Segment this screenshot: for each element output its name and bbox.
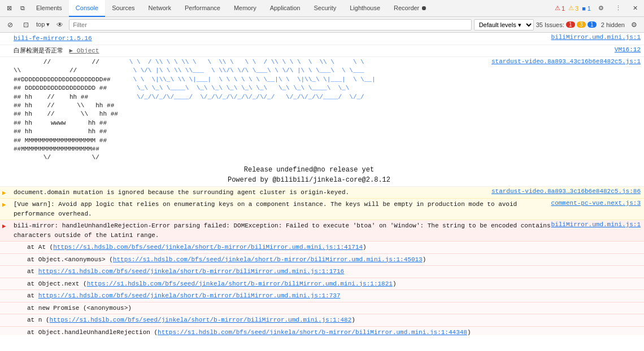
warn-icon2: ▶ — [2, 201, 11, 208]
tab-lighthouse[interactable]: Lighthouse — [343, 0, 387, 17]
vue-warn-content: [Vue warn]: Avoid app logic that relies … — [14, 200, 551, 218]
stack-link5[interactable]: https://s1.hdslb.com/bfs/seed/jinkela/sh… — [38, 292, 341, 299]
error-icon1: ▶ — [2, 222, 11, 230]
stack-row-8: at Object.handleUnhandleRejection (https… — [0, 327, 644, 335]
tab-elements[interactable]: Elements — [29, 0, 69, 17]
tab-security[interactable]: Security — [307, 0, 343, 17]
stack-2-content: at Object.<anonymous> (https://s1.hdslb.… — [27, 255, 644, 265]
vue-warn-source[interactable]: comment-pc-vue.next.js:3 — [551, 200, 644, 207]
stack-row-4: at Object.next (https://s1.hdslb.com/bfs… — [0, 278, 644, 291]
tab-sources[interactable]: Sources — [105, 0, 141, 17]
stack-link4[interactable]: https://s1.hdslb.com/bfs/seed/jinkela/sh… — [87, 280, 393, 287]
issues-badge: 35 Issues: 1 3 1 — [536, 21, 597, 28]
more-options-button[interactable]: ⋮ — [611, 2, 625, 15]
stack-row-3: at https://s1.hdslb.com/bfs/seed/jinkela… — [0, 266, 644, 278]
stack-5-content: at https://s1.hdslb.com/bfs/seed/jinkela… — [27, 291, 644, 301]
stack-7-content: at n (https://s1.hdslb.com/bfs/seed/jink… — [27, 315, 644, 325]
tab-bar: ⊠ ⧉ Elements Console Sources Network Per… — [0, 0, 644, 17]
domain-mutation-source[interactable]: stardust-video.8a893…3c16b6e8482c5.js:86 — [491, 188, 644, 195]
console-toolbar: ⊘ ⊡ top ▾ 👁 Default levels ▾ 35 Issues: … — [0, 17, 644, 33]
top-context-label: top ▾ — [35, 21, 51, 28]
stack-4-content: at Object.next (https://s1.hdslb.com/bfs… — [27, 279, 644, 289]
screen-check-content: 白屏检测是否正常 ▶ Object — [14, 46, 615, 56]
stack-link3[interactable]: https://s1.hdslb.com/bfs/seed/jinkela/sh… — [38, 268, 344, 275]
settings-button[interactable]: ⚙ — [594, 2, 608, 15]
tab-recorder[interactable]: Recorder ⏺ — [387, 0, 434, 17]
ascii-right: \ \ / \\ \ \ \\ \ \ \\ \ \ \ / \\ \ \ \ … — [129, 58, 376, 102]
error-count: ⚠ 1 — [555, 5, 565, 12]
hidden-label: 2 hidden — [599, 21, 625, 28]
bili-mirror-content: bili-mirror: handleUnhandleRejection-Err… — [14, 221, 551, 240]
devtools-toggle[interactable]: ⊠ — [2, 2, 16, 15]
tab-network[interactable]: Network — [142, 0, 178, 17]
filter-input[interactable] — [69, 19, 471, 30]
vue-warn-row: ▶ [Vue warn]: Avoid app logic that relie… — [0, 199, 644, 220]
screen-check-row: 白屏检测是否正常 ▶ Object VM16:12 — [0, 45, 644, 58]
stack-8-content: at Object.handleUnhandleRejection (https… — [27, 328, 644, 335]
domain-mutation-content: document.domain mutation is ignored beca… — [14, 188, 491, 198]
stack-row-6: at new Promise (<anonymous>) — [0, 302, 644, 315]
stack-link2[interactable]: https://s1.hdslb.com/bfs/seed/jinkela/sh… — [113, 256, 423, 263]
tab-memory[interactable]: Memory — [227, 0, 263, 17]
bili-mirror-row: ▶ bili-mirror: handleUnhandleRejection-E… — [0, 220, 644, 242]
bili-mirror-source[interactable]: biliMirror.umd.mini.js:1 — [551, 221, 644, 228]
gear-icon[interactable]: ⚙ — [627, 18, 641, 32]
tab-performance[interactable]: Performance — [178, 0, 227, 17]
ascii-left: // // \\ // ##DDDDDDDDDDDDDDDDDDDDDD## #… — [14, 58, 118, 163]
stack-row-2: at Object.<anonymous> (https://s1.hdslb.… — [0, 254, 644, 266]
release-line2: Powered by @bilibili/jinkela-core@2.8.12 — [14, 175, 491, 185]
tab-console[interactable]: Console — [69, 0, 105, 17]
version-row: bili-fe-mirror:1.5.16 biliMirror.umd.min… — [0, 33, 644, 45]
warn-icon1: ▶ — [2, 189, 11, 196]
stack-6-content: at new Promise (<anonymous>) — [27, 304, 644, 313]
screen-source[interactable]: VM16:12 — [615, 46, 644, 53]
stack-link1[interactable]: https://s1.hdslb.com/bfs/seed/jinkela/sh… — [53, 244, 363, 251]
close-button[interactable]: ✕ — [628, 2, 642, 15]
stack-row-5: at https://s1.hdslb.com/bfs/seed/jinkela… — [0, 290, 644, 302]
tab-application[interactable]: Application — [263, 0, 307, 17]
issues-blue-badge: 1 — [588, 21, 597, 28]
console-settings-button[interactable]: ⊡ — [19, 18, 33, 32]
stack-link7[interactable]: https://s1.hdslb.com/bfs/seed/jinkela/sh… — [50, 317, 352, 323]
clear-console-button[interactable]: ⊘ — [3, 18, 17, 32]
info-count: ■ 1 — [582, 5, 591, 12]
warning-count: ⚠ 3 — [568, 5, 578, 12]
eye-button[interactable]: 👁 — [53, 18, 67, 32]
device-toggle[interactable]: ⧉ — [16, 2, 29, 15]
stack-link8[interactable]: https://s1.hdslb.com/bfs/seed/jinkela/sh… — [158, 329, 467, 335]
stack-1-content: at At (https://s1.hdslb.com/bfs/seed/jin… — [27, 243, 644, 252]
issues-red-badge: 1 — [566, 21, 575, 28]
log-level-select[interactable]: Default levels ▾ — [474, 19, 534, 30]
console-content: bili-fe-mirror:1.5.16 biliMirror.umd.min… — [0, 33, 644, 335]
issues-yellow-badge: 3 — [577, 21, 586, 28]
stack-3-content: at https://s1.hdslb.com/bfs/seed/jinkela… — [27, 267, 644, 277]
version-source[interactable]: biliMirror.umd.mini.js:1 — [551, 34, 644, 41]
version-text: bili-fe-mirror:1.5.16 — [14, 34, 551, 43]
ascii-source[interactable]: stardust-video.8a893…43c16b6e8482c5.js:1 — [491, 58, 644, 65]
release-line1: Release undefined@no release yet — [14, 165, 491, 175]
ascii-content: // // \\ // ##DDDDDDDDDDDDDDDDDDDDDD## #… — [14, 58, 491, 185]
version-link[interactable]: bili-fe-mirror:1.5.16 — [14, 35, 92, 42]
stack-row-1: at At (https://s1.hdslb.com/bfs/seed/jin… — [0, 242, 644, 254]
ascii-art-row: // // \\ // ##DDDDDDDDDDDDDDDDDDDDDD## #… — [0, 57, 644, 187]
domain-mutation-row: ▶ document.domain mutation is ignored be… — [0, 187, 644, 199]
stack-row-7: at n (https://s1.hdslb.com/bfs/seed/jink… — [0, 314, 644, 327]
